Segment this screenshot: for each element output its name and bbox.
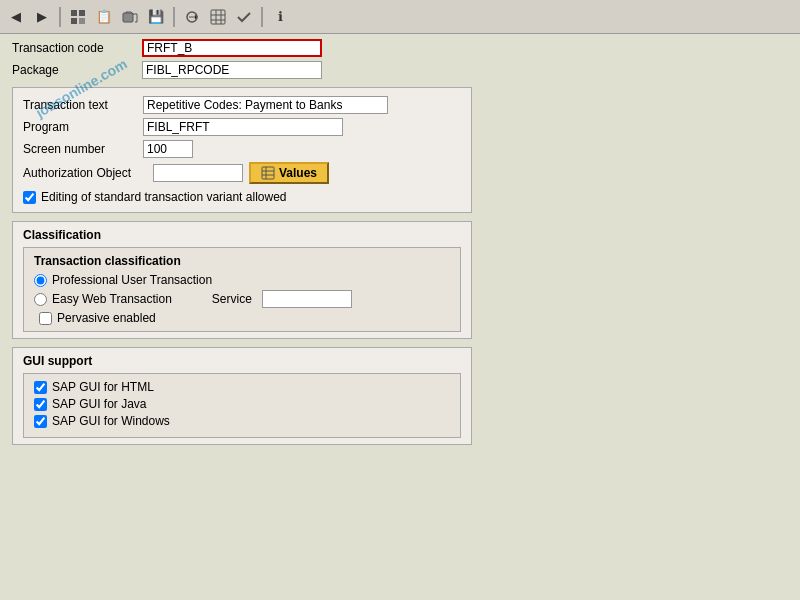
- values-button-label: Values: [279, 166, 317, 180]
- program-row: Program: [23, 118, 461, 136]
- service-label: Service: [212, 292, 252, 306]
- svg-rect-1: [79, 10, 85, 16]
- top-fields: Transaction code Package: [12, 39, 468, 79]
- classification-title: Classification: [23, 228, 461, 242]
- gui-java-row: SAP GUI for Java: [34, 397, 450, 411]
- toolbar-separator-1: [59, 7, 61, 27]
- svg-rect-6: [211, 10, 225, 24]
- transaction-code-row: Transaction code: [12, 39, 468, 57]
- toolbar-separator-2: [173, 7, 175, 27]
- professional-user-radio[interactable]: [34, 274, 47, 287]
- gui-support-title: GUI support: [23, 354, 461, 368]
- screen-number-input[interactable]: [143, 140, 193, 158]
- forward-btn[interactable]: ▶: [31, 6, 53, 28]
- authorization-object-label: Authorization Object: [23, 166, 153, 180]
- transaction-code-label: Transaction code: [12, 41, 142, 55]
- transaction-code-input[interactable]: [142, 39, 322, 57]
- program-label: Program: [23, 120, 143, 134]
- save-btn[interactable]: 💾: [145, 6, 167, 28]
- pervasive-row: Pervasive enabled: [39, 311, 450, 325]
- pervasive-checkbox[interactable]: [39, 312, 52, 325]
- svg-rect-3: [79, 18, 85, 24]
- gui-support-panel: GUI support SAP GUI for HTML SAP GUI for…: [12, 347, 472, 445]
- easy-web-row: Easy Web Transaction Service: [34, 290, 450, 308]
- toolbar-separator-3: [261, 7, 263, 27]
- gui-windows-checkbox[interactable]: [34, 415, 47, 428]
- classification-panel: Classification Transaction classificatio…: [12, 221, 472, 339]
- transaction-classification-panel: Transaction classification Professional …: [23, 247, 461, 332]
- authorization-object-row: Authorization Object Values: [23, 162, 461, 184]
- package-row: Package: [12, 61, 468, 79]
- details-section: Transaction text Program Screen number A…: [12, 87, 472, 213]
- professional-user-row: Professional User Transaction: [34, 273, 450, 287]
- grid-btn[interactable]: [207, 6, 229, 28]
- editing-checkbox[interactable]: [23, 191, 36, 204]
- toolbar: ◀ ▶ 📋 💾: [0, 0, 800, 34]
- values-button[interactable]: Values: [249, 162, 329, 184]
- transaction-classification-title: Transaction classification: [34, 254, 450, 268]
- package-label: Package: [12, 63, 142, 77]
- professional-user-label: Professional User Transaction: [52, 273, 212, 287]
- info-btn[interactable]: ℹ: [269, 6, 291, 28]
- gui-support-inner: SAP GUI for HTML SAP GUI for Java SAP GU…: [23, 373, 461, 438]
- pervasive-label: Pervasive enabled: [57, 311, 156, 325]
- svg-rect-11: [262, 167, 274, 179]
- gui-windows-label: SAP GUI for Windows: [52, 414, 170, 428]
- gui-java-label: SAP GUI for Java: [52, 397, 146, 411]
- back-btn[interactable]: ◀: [5, 6, 27, 28]
- form-area: Transaction code Package Transaction tex…: [0, 34, 480, 458]
- gui-html-label: SAP GUI for HTML: [52, 380, 154, 394]
- svg-rect-2: [71, 18, 77, 24]
- transaction-text-row: Transaction text: [23, 96, 461, 114]
- screen-number-row: Screen number: [23, 140, 461, 158]
- package-input[interactable]: [142, 61, 322, 79]
- gui-html-row: SAP GUI for HTML: [34, 380, 450, 394]
- editing-checkbox-row: Editing of standard transaction variant …: [23, 190, 461, 204]
- check-btn[interactable]: [233, 6, 255, 28]
- authorization-object-input[interactable]: [153, 164, 243, 182]
- transaction-text-label: Transaction text: [23, 98, 143, 112]
- open-btn[interactable]: [119, 6, 141, 28]
- display-change-btn[interactable]: [181, 6, 203, 28]
- service-input[interactable]: [262, 290, 352, 308]
- gui-java-checkbox[interactable]: [34, 398, 47, 411]
- table-icon: [261, 166, 275, 180]
- transaction-text-input[interactable]: [143, 96, 388, 114]
- gui-windows-row: SAP GUI for Windows: [34, 414, 450, 428]
- easy-web-radio[interactable]: [34, 293, 47, 306]
- svg-rect-4: [123, 13, 133, 22]
- svg-rect-0: [71, 10, 77, 16]
- create-btn[interactable]: 📋: [93, 6, 115, 28]
- gui-html-checkbox[interactable]: [34, 381, 47, 394]
- screen-number-label: Screen number: [23, 142, 143, 156]
- program-input[interactable]: [143, 118, 343, 136]
- customize-btn[interactable]: [67, 6, 89, 28]
- easy-web-label: Easy Web Transaction: [52, 292, 172, 306]
- editing-checkbox-label: Editing of standard transaction variant …: [41, 190, 286, 204]
